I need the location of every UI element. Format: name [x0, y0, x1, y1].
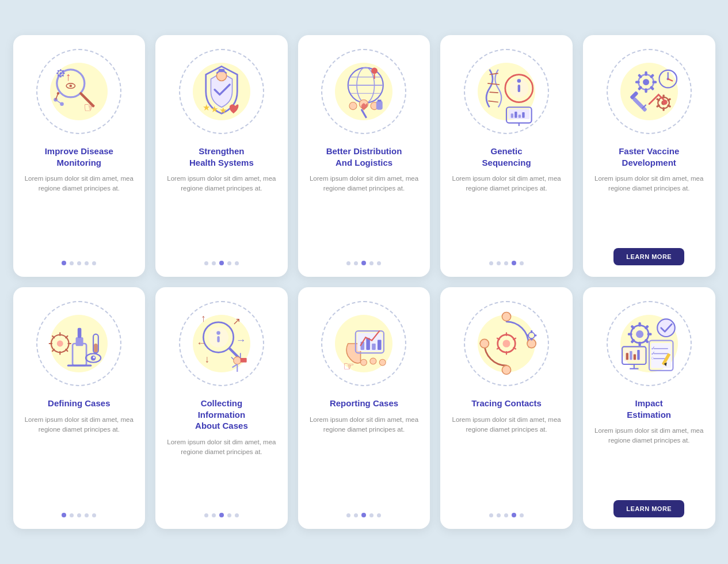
svg-line-90	[52, 349, 54, 351]
card-icon-area: ↑ ☞	[33, 45, 125, 138]
dot-3	[85, 261, 89, 265]
svg-point-31	[372, 68, 378, 74]
svg-rect-10	[56, 73, 58, 74]
card-icon-area	[603, 45, 695, 138]
dot-3	[369, 261, 373, 265]
svg-point-84	[57, 341, 63, 347]
svg-rect-75	[632, 97, 647, 112]
svg-rect-49	[514, 112, 517, 118]
svg-line-39	[487, 83, 500, 85]
svg-point-144	[636, 330, 643, 338]
dot-0	[489, 261, 493, 265]
card-icon-area	[460, 298, 552, 390]
dot-4	[520, 261, 524, 265]
svg-point-125	[503, 340, 510, 347]
dot-4	[92, 261, 96, 265]
svg-rect-139	[531, 330, 532, 333]
dot-2	[361, 513, 366, 517]
svg-rect-147	[647, 333, 651, 335]
dot-1	[70, 261, 74, 265]
card-dots	[346, 513, 381, 517]
card-icon-impact-estimation: ✓ ✓ ○	[615, 309, 684, 378]
dot-2	[77, 261, 81, 265]
dot-0	[204, 513, 208, 517]
card-reporting-cases: ☞ Reporting Cases Lorem ipsum dolor sit …	[298, 287, 430, 529]
svg-rect-68	[662, 107, 664, 111]
svg-rect-58	[649, 86, 654, 90]
card-body-better-distribution: Lorem ipsum dolor sit dim amet, mea regi…	[307, 174, 421, 253]
card-body-tracing-contacts: Lorem ipsum dolor sit dim amet, mea regi…	[449, 415, 563, 505]
dot-0	[346, 261, 350, 265]
svg-rect-79	[73, 344, 86, 365]
svg-line-111	[232, 364, 237, 367]
learn-more-button[interactable]: LEARN MORE	[613, 248, 684, 265]
svg-rect-142	[527, 334, 529, 336]
svg-rect-37	[376, 101, 383, 109]
card-collecting-info: ↑ ↗ → ↘ ↓ ← CollectingInformationAbout C…	[155, 287, 288, 529]
card-dots	[204, 513, 239, 517]
card-icon-defining-cases	[44, 309, 113, 378]
card-dots	[346, 261, 381, 265]
svg-line-86	[66, 336, 68, 338]
card-title-tracing-contacts: Tracing Contacts	[471, 398, 542, 409]
card-icon-genetic-sequencing	[472, 57, 541, 126]
svg-rect-151	[628, 333, 632, 335]
svg-rect-146	[644, 325, 649, 329]
svg-rect-57	[652, 81, 657, 83]
svg-text:★: ★	[219, 105, 227, 115]
card-icon-better-distribution	[329, 57, 398, 126]
dot-0	[62, 261, 66, 265]
svg-point-109	[234, 357, 241, 364]
svg-rect-56	[649, 74, 654, 78]
svg-text:↓: ↓	[204, 353, 209, 365]
svg-rect-45	[518, 85, 520, 92]
svg-point-54	[643, 79, 649, 85]
svg-point-121	[370, 358, 376, 364]
card-title-strengthen-health: StrengthenHealth Systems	[189, 146, 254, 168]
dot-3	[512, 261, 516, 265]
dot-3	[512, 513, 516, 517]
svg-line-18	[56, 100, 62, 104]
card-dots	[204, 261, 239, 265]
svg-rect-80	[76, 337, 83, 346]
svg-point-134	[502, 312, 510, 321]
card-title-improve-disease: Improve DiseaseMonitoring	[45, 146, 113, 168]
svg-rect-59	[645, 89, 647, 93]
svg-text:★: ★	[203, 102, 210, 112]
svg-text:☞: ☞	[83, 100, 96, 115]
card-improve-disease: ↑ ☞ Improve DiseaseMonitoring Lorem ipsu…	[13, 35, 146, 277]
svg-rect-168	[633, 355, 635, 360]
dot-0	[62, 513, 66, 517]
svg-rect-61	[635, 81, 640, 83]
card-icon-area: ↑ ↗ → ↘ ↓ ←	[176, 298, 268, 390]
svg-rect-11	[58, 70, 60, 72]
card-dots	[62, 513, 96, 517]
svg-point-3	[60, 73, 62, 75]
svg-rect-65	[662, 94, 664, 98]
card-dots	[489, 261, 524, 265]
dot-2	[219, 261, 224, 265]
learn-more-button[interactable]: LEARN MORE	[613, 500, 684, 517]
svg-point-97	[93, 356, 95, 358]
dot-1	[497, 513, 501, 517]
svg-rect-50	[519, 115, 521, 117]
dot-4	[520, 513, 524, 517]
card-icon-area	[460, 45, 552, 138]
card-icon-area	[318, 45, 410, 138]
dot-3	[227, 261, 231, 265]
svg-rect-119	[378, 340, 382, 349]
svg-rect-167	[630, 351, 632, 360]
card-strengthen-health: ★ ★ ★ StrengthenHealth Systems Lorem ips…	[155, 35, 288, 277]
svg-rect-152	[630, 325, 635, 329]
card-body-improve-disease: Lorem ipsum dolor sit dim amet, mea regi…	[22, 174, 136, 253]
dot-1	[497, 261, 501, 265]
svg-point-120	[361, 359, 367, 365]
card-dots	[62, 261, 96, 265]
card-body-faster-vaccine: Lorem ipsum dolor sit dim amet, mea regi…	[592, 174, 706, 241]
card-grid: ↑ ☞ Improve DiseaseMonitoring Lorem ipsu…	[13, 35, 715, 529]
svg-rect-148	[644, 338, 649, 343]
dot-1	[212, 513, 216, 517]
svg-rect-140	[534, 334, 536, 336]
card-faster-vaccine: Faster VaccineDevelopment Lorem ipsum do…	[583, 35, 715, 277]
svg-rect-36	[361, 109, 368, 119]
